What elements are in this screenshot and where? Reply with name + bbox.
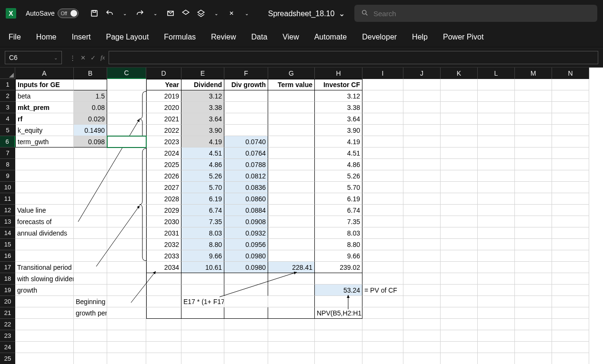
cell-G22[interactable] xyxy=(268,319,315,330)
cell-D22[interactable] xyxy=(146,319,181,330)
cell-A21[interactable] xyxy=(15,307,74,319)
cell-B22[interactable] xyxy=(74,319,107,330)
cell-F21[interactable] xyxy=(224,307,268,319)
cell-A6[interactable]: term_gwth xyxy=(15,136,74,148)
cell-B8[interactable] xyxy=(74,159,107,170)
cell-I25[interactable] xyxy=(362,353,403,364)
cell-E4[interactable]: 3.64 xyxy=(181,113,224,125)
cell-G8[interactable] xyxy=(268,159,315,170)
col-header-K[interactable]: K xyxy=(441,68,478,79)
row-header-5[interactable]: 5 xyxy=(0,125,15,136)
cell-C10[interactable] xyxy=(107,182,146,193)
cell-G4[interactable] xyxy=(268,113,315,125)
cell-I6[interactable] xyxy=(362,136,403,148)
cell-M25[interactable] xyxy=(515,353,552,364)
col-header-J[interactable]: J xyxy=(403,68,441,79)
cell-J25[interactable] xyxy=(403,353,441,364)
cell-D16[interactable]: 2033 xyxy=(146,250,181,262)
cell-F9[interactable]: 0.0812 xyxy=(224,170,268,182)
cell-G1[interactable]: Term value xyxy=(268,79,315,90)
cell-M21[interactable] xyxy=(515,307,552,319)
cell-G5[interactable] xyxy=(268,125,315,136)
cell-A24[interactable] xyxy=(15,342,74,353)
cell-M19[interactable] xyxy=(515,285,552,296)
cell-K24[interactable] xyxy=(441,342,478,353)
cell-N16[interactable] xyxy=(552,250,589,262)
col-header-L[interactable]: L xyxy=(478,68,515,79)
cell-A7[interactable] xyxy=(15,148,74,159)
qat-dropdown-icon[interactable]: ⌄ xyxy=(212,9,221,18)
row-header-2[interactable]: 2 xyxy=(0,90,15,102)
cell-L2[interactable] xyxy=(478,90,515,102)
cell-K25[interactable] xyxy=(441,353,478,364)
cell-D7[interactable]: 2024 xyxy=(146,148,181,159)
cell-A13[interactable]: forecasts of xyxy=(15,216,74,227)
row-header-24[interactable]: 24 xyxy=(0,342,15,353)
chevron-down-icon[interactable]: ⌄ xyxy=(54,55,58,60)
cell-L9[interactable] xyxy=(478,170,515,182)
tab-data[interactable]: Data xyxy=(251,33,268,41)
cell-I18[interactable] xyxy=(362,273,403,285)
row-header-7[interactable]: 7 xyxy=(0,148,15,159)
cell-L18[interactable] xyxy=(478,273,515,285)
search-box[interactable] xyxy=(354,5,597,22)
cell-L7[interactable] xyxy=(478,148,515,159)
autosave[interactable]: AutoSave Off xyxy=(26,9,79,18)
undo-dropdown-icon[interactable]: ⌄ xyxy=(121,9,129,18)
cell-M20[interactable] xyxy=(515,296,552,307)
cell-H16[interactable]: 9.66 xyxy=(315,250,362,262)
cell-H19[interactable]: 53.24 xyxy=(315,285,362,296)
cell-I11[interactable] xyxy=(362,193,403,205)
cell-D4[interactable]: 2021 xyxy=(146,113,181,125)
formula-input[interactable] xyxy=(109,51,598,64)
cell-G13[interactable] xyxy=(268,216,315,227)
cell-J3[interactable] xyxy=(403,102,441,113)
row-header-25[interactable]: 25 xyxy=(0,353,15,364)
cell-G24[interactable] xyxy=(268,342,315,353)
cell-N15[interactable] xyxy=(552,239,589,250)
cell-E17[interactable]: 10.61 xyxy=(181,262,224,273)
row-header-9[interactable]: 9 xyxy=(0,170,15,182)
cell-F6[interactable]: 0.0740 xyxy=(224,136,268,148)
cell-H4[interactable]: 3.64 xyxy=(315,113,362,125)
cell-H18[interactable] xyxy=(315,273,362,285)
cell-F19[interactable] xyxy=(224,285,268,296)
cell-E16[interactable]: 9.66 xyxy=(181,250,224,262)
cell-J19[interactable] xyxy=(403,285,441,296)
cell-I3[interactable] xyxy=(362,102,403,113)
cell-B4[interactable]: 0.029 xyxy=(74,113,107,125)
cell-G7[interactable] xyxy=(268,148,315,159)
cell-J18[interactable] xyxy=(403,273,441,285)
tab-page-layout[interactable]: Page Layout xyxy=(106,33,149,41)
col-header-G[interactable]: G xyxy=(268,68,315,79)
cell-C6[interactable] xyxy=(107,136,146,148)
cell-G25[interactable] xyxy=(268,353,315,364)
cell-G15[interactable] xyxy=(268,239,315,250)
row-header-8[interactable]: 8 xyxy=(0,159,15,170)
cell-L12[interactable] xyxy=(478,205,515,216)
cell-C3[interactable] xyxy=(107,102,146,113)
row-header-11[interactable]: 11 xyxy=(0,193,15,205)
col-header-F[interactable]: F xyxy=(224,68,268,79)
cell-C15[interactable] xyxy=(107,239,146,250)
cell-H20[interactable] xyxy=(315,296,362,307)
cell-E22[interactable] xyxy=(181,319,224,330)
cell-G21[interactable] xyxy=(268,307,315,319)
cell-H8[interactable]: 4.86 xyxy=(315,159,362,170)
cell-A14[interactable]: annual dividends xyxy=(15,227,74,239)
cell-G18[interactable] xyxy=(268,273,315,285)
tab-automate[interactable]: Automate xyxy=(314,33,347,41)
cell-M3[interactable] xyxy=(515,102,552,113)
cell-D13[interactable]: 2030 xyxy=(146,216,181,227)
cell-I4[interactable] xyxy=(362,113,403,125)
cell-G16[interactable] xyxy=(268,250,315,262)
cell-A19[interactable]: growth xyxy=(15,285,74,296)
cell-D8[interactable]: 2025 xyxy=(146,159,181,170)
cell-D23[interactable] xyxy=(146,330,181,342)
cell-H24[interactable] xyxy=(315,342,362,353)
row-header-16[interactable]: 16 xyxy=(0,250,15,262)
cell-D10[interactable]: 2027 xyxy=(146,182,181,193)
cell-A22[interactable] xyxy=(15,319,74,330)
cell-L20[interactable] xyxy=(478,296,515,307)
cell-L10[interactable] xyxy=(478,182,515,193)
